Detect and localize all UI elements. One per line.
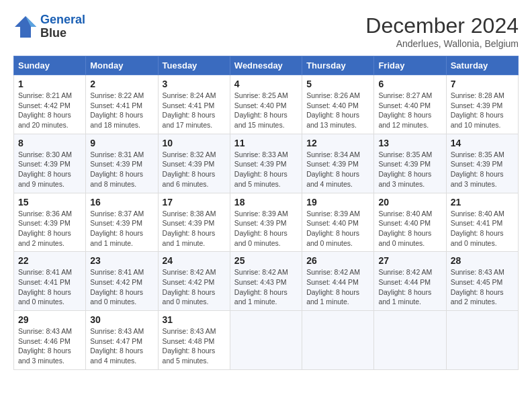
day-detail: Sunrise: 8:43 AMSunset: 4:46 PMDaylight:… [18,326,81,366]
day-detail: Sunrise: 8:43 AMSunset: 4:45 PMDaylight:… [451,267,514,307]
day-number: 20 [378,197,441,208]
calendar-week-row: 8Sunrise: 8:30 AMSunset: 4:39 PMDaylight… [14,134,519,193]
location-subtitle: Anderlues, Wallonia, Belgium [365,38,519,49]
day-detail: Sunrise: 8:22 AMSunset: 4:41 PMDaylight:… [90,91,153,130]
day-detail: Sunrise: 8:34 AMSunset: 4:39 PMDaylight:… [306,150,369,189]
day-number: 27 [378,255,441,266]
day-detail: Sunrise: 8:36 AMSunset: 4:39 PMDaylight:… [18,209,81,248]
day-detail: Sunrise: 8:42 AMSunset: 4:44 PMDaylight:… [306,267,369,307]
day-detail: Sunrise: 8:33 AMSunset: 4:39 PMDaylight:… [234,150,298,189]
day-detail: Sunrise: 8:35 AMSunset: 4:39 PMDaylight:… [451,150,514,189]
calendar-cell: 13Sunrise: 8:35 AMSunset: 4:39 PMDayligh… [374,134,446,193]
day-detail: Sunrise: 8:27 AMSunset: 4:40 PMDaylight:… [378,91,441,130]
logo: GeneralBlue [13,13,85,40]
calendar-cell: 3Sunrise: 8:24 AMSunset: 4:41 PMDaylight… [158,75,230,134]
day-detail: Sunrise: 8:39 AMSunset: 4:39 PMDaylight:… [234,209,298,248]
calendar-cell [446,311,518,370]
calendar-day-header: Sunday [14,56,86,75]
day-number: 29 [18,314,81,325]
day-detail: Sunrise: 8:35 AMSunset: 4:39 PMDaylight:… [378,150,441,189]
day-number: 24 [163,255,226,266]
day-detail: Sunrise: 8:41 AMSunset: 4:42 PMDaylight:… [90,267,153,307]
day-number: 26 [306,255,369,266]
day-number: 3 [163,79,226,89]
calendar-cell: 20Sunrise: 8:40 AMSunset: 4:40 PMDayligh… [374,193,446,252]
calendar-cell: 12Sunrise: 8:34 AMSunset: 4:39 PMDayligh… [302,134,374,193]
calendar-day-header: Saturday [446,56,518,75]
day-detail: Sunrise: 8:40 AMSunset: 4:40 PMDaylight:… [378,209,441,248]
calendar-cell: 1Sunrise: 8:21 AMSunset: 4:42 PMDaylight… [14,75,86,134]
day-detail: Sunrise: 8:41 AMSunset: 4:41 PMDaylight:… [18,267,81,307]
day-number: 19 [306,197,369,208]
day-detail: Sunrise: 8:42 AMSunset: 4:42 PMDaylight:… [163,267,226,307]
calendar-week-row: 1Sunrise: 8:21 AMSunset: 4:42 PMDaylight… [14,75,519,134]
calendar-table: SundayMondayTuesdayWednesdayThursdayFrid… [13,56,519,370]
calendar-week-row: 22Sunrise: 8:41 AMSunset: 4:41 PMDayligh… [14,252,519,311]
calendar-cell: 17Sunrise: 8:38 AMSunset: 4:39 PMDayligh… [158,193,230,252]
day-number: 9 [90,138,153,148]
day-detail: Sunrise: 8:26 AMSunset: 4:40 PMDaylight:… [306,91,369,130]
day-number: 1 [18,79,81,89]
day-detail: Sunrise: 8:30 AMSunset: 4:39 PMDaylight:… [18,150,81,189]
calendar-day-header: Thursday [302,56,374,75]
calendar-cell: 2Sunrise: 8:22 AMSunset: 4:41 PMDaylight… [86,75,158,134]
day-detail: Sunrise: 8:24 AMSunset: 4:41 PMDaylight:… [163,91,226,130]
calendar-cell: 16Sunrise: 8:37 AMSunset: 4:39 PMDayligh… [86,193,158,252]
day-detail: Sunrise: 8:43 AMSunset: 4:47 PMDaylight:… [90,326,153,366]
day-number: 31 [163,314,226,325]
calendar-day-header: Wednesday [230,56,302,75]
day-number: 30 [90,314,153,325]
calendar-cell: 7Sunrise: 8:28 AMSunset: 4:39 PMDaylight… [446,75,518,134]
day-number: 23 [90,255,153,266]
calendar-header-row: SundayMondayTuesdayWednesdayThursdayFrid… [14,56,519,75]
calendar-cell: 14Sunrise: 8:35 AMSunset: 4:39 PMDayligh… [446,134,518,193]
calendar-cell: 8Sunrise: 8:30 AMSunset: 4:39 PMDaylight… [14,134,86,193]
day-number: 25 [234,255,298,266]
day-number: 6 [378,79,441,89]
calendar-cell: 29Sunrise: 8:43 AMSunset: 4:46 PMDayligh… [14,311,86,370]
calendar-cell: 9Sunrise: 8:31 AMSunset: 4:39 PMDaylight… [86,134,158,193]
calendar-cell: 4Sunrise: 8:25 AMSunset: 4:40 PMDaylight… [230,75,302,134]
day-number: 2 [90,79,153,89]
day-number: 4 [234,79,298,89]
calendar-cell [374,311,446,370]
day-detail: Sunrise: 8:42 AMSunset: 4:44 PMDaylight:… [378,267,441,307]
calendar-cell: 15Sunrise: 8:36 AMSunset: 4:39 PMDayligh… [14,193,86,252]
page-header: GeneralBlue December 2024 Anderlues, Wal… [13,13,519,49]
calendar-cell: 27Sunrise: 8:42 AMSunset: 4:44 PMDayligh… [374,252,446,311]
calendar-day-header: Monday [86,56,158,75]
day-number: 28 [451,255,514,266]
day-detail: Sunrise: 8:43 AMSunset: 4:48 PMDaylight:… [163,326,226,366]
logo-text: GeneralBlue [40,13,85,40]
calendar-week-row: 29Sunrise: 8:43 AMSunset: 4:46 PMDayligh… [14,311,519,370]
day-number: 5 [306,79,369,89]
calendar-week-row: 15Sunrise: 8:36 AMSunset: 4:39 PMDayligh… [14,193,519,252]
day-number: 22 [18,255,81,266]
calendar-cell: 18Sunrise: 8:39 AMSunset: 4:39 PMDayligh… [230,193,302,252]
calendar-cell: 26Sunrise: 8:42 AMSunset: 4:44 PMDayligh… [302,252,374,311]
calendar-day-header: Friday [374,56,446,75]
calendar-cell: 28Sunrise: 8:43 AMSunset: 4:45 PMDayligh… [446,252,518,311]
month-title: December 2024 [365,13,519,38]
day-detail: Sunrise: 8:38 AMSunset: 4:39 PMDaylight:… [163,209,226,248]
day-number: 14 [451,138,514,148]
calendar-cell: 5Sunrise: 8:26 AMSunset: 4:40 PMDaylight… [302,75,374,134]
logo-icon [13,15,38,39]
day-number: 12 [306,138,369,148]
day-number: 13 [378,138,441,148]
day-number: 17 [163,197,226,208]
calendar-cell: 6Sunrise: 8:27 AMSunset: 4:40 PMDaylight… [374,75,446,134]
calendar-cell [302,311,374,370]
day-detail: Sunrise: 8:28 AMSunset: 4:39 PMDaylight:… [451,91,514,130]
day-detail: Sunrise: 8:25 AMSunset: 4:40 PMDaylight:… [234,91,298,130]
calendar-cell: 10Sunrise: 8:32 AMSunset: 4:39 PMDayligh… [158,134,230,193]
day-detail: Sunrise: 8:21 AMSunset: 4:42 PMDaylight:… [18,91,81,130]
day-number: 18 [234,197,298,208]
day-number: 11 [234,138,298,148]
calendar-cell: 21Sunrise: 8:40 AMSunset: 4:41 PMDayligh… [446,193,518,252]
day-number: 21 [451,197,514,208]
day-number: 15 [18,197,81,208]
calendar-cell: 25Sunrise: 8:42 AMSunset: 4:43 PMDayligh… [230,252,302,311]
day-detail: Sunrise: 8:31 AMSunset: 4:39 PMDaylight:… [90,150,153,189]
calendar-day-header: Tuesday [158,56,230,75]
